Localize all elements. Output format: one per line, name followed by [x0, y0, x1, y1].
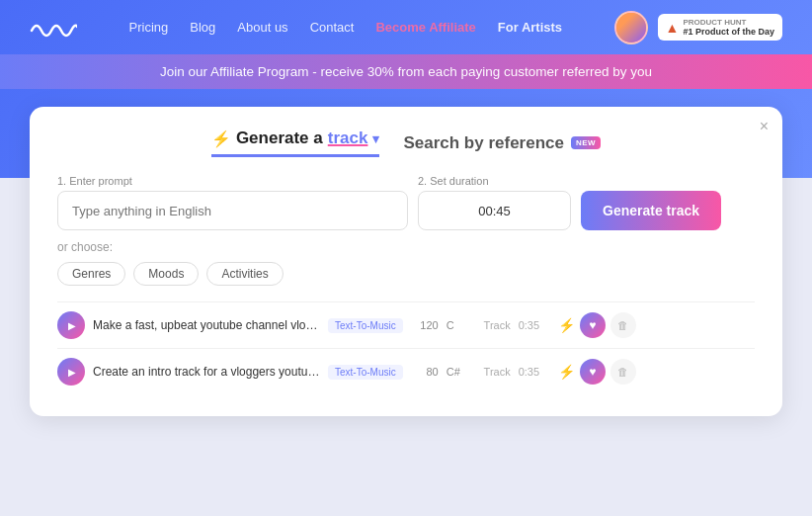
chip-activities[interactable]: Activities: [206, 262, 283, 286]
logo-icon: [30, 17, 77, 39]
banner-text: Join our Affiliate Program - receive 30%…: [160, 64, 652, 79]
track-actions-2: ⚡ ♥ 🗑: [558, 359, 636, 385]
chip-row: Genres Moods Activities: [57, 262, 755, 286]
nav-blog[interactable]: Blog: [190, 20, 215, 35]
trash-button-2[interactable]: 🗑: [610, 359, 636, 385]
product-hunt-icon: ▲: [666, 20, 680, 36]
track-title-2: Create an intro track for a vloggers you…: [93, 365, 320, 379]
trash-icon-1: 🗑: [617, 319, 628, 331]
track-bpm-1: 120: [411, 319, 439, 331]
track-label-2: Track: [476, 366, 511, 378]
nav-affiliate[interactable]: Become Affiliate: [375, 20, 475, 35]
trash-button-1[interactable]: 🗑: [610, 312, 636, 338]
tab-search-label: Search by reference: [403, 133, 564, 153]
table-row: ▶ Create an intro track for a vloggers y…: [57, 348, 755, 394]
nav-pricing[interactable]: Pricing: [129, 20, 169, 35]
tab-search[interactable]: Search by reference NEW: [403, 133, 601, 153]
tab-generate-prefix: Generate a: [236, 129, 323, 148]
main-card: × ⚡ Generate a track ▾ Search by referen…: [30, 107, 782, 416]
chip-moods[interactable]: Moods: [133, 262, 199, 286]
logo[interactable]: [30, 17, 77, 39]
heart-button-1[interactable]: ♥: [580, 312, 606, 338]
track-actions-1: ⚡ ♥ 🗑: [558, 312, 636, 338]
product-hunt-label: PRODUCT HUNT #1 Product of the Day: [683, 18, 774, 37]
flash-action-icon-2[interactable]: ⚡: [558, 364, 575, 380]
prompt-label: 1. Enter prompt: [57, 175, 408, 187]
track-key-1: C: [447, 319, 468, 331]
prompt-field-group: 1. Enter prompt: [57, 175, 408, 230]
trash-icon-2: 🗑: [617, 366, 628, 378]
or-choose-label: or choose:: [57, 240, 755, 254]
duration-label: 2. Set duration: [418, 175, 571, 187]
track-bpm-2: 80: [411, 366, 439, 378]
play-icon: ▶: [68, 367, 76, 378]
track-tag-2: Text-To-Music: [328, 365, 403, 380]
track-duration-1: 0:35: [519, 319, 550, 331]
nav-links: Pricing Blog About us Contact Become Aff…: [129, 20, 563, 35]
nav-contact[interactable]: Contact: [310, 20, 355, 35]
chevron-down-icon: ▾: [372, 131, 379, 146]
heart-button-2[interactable]: ♥: [580, 359, 606, 385]
track-duration-2: 0:35: [519, 366, 550, 378]
play-button-1[interactable]: ▶: [57, 311, 85, 339]
navbar: Pricing Blog About us Contact Become Aff…: [0, 0, 812, 54]
flash-icon: ⚡: [211, 129, 231, 148]
track-title-1: Make a fast, upbeat youtube channel vlog…: [93, 318, 320, 332]
ph-title: #1 Product of the Day: [683, 27, 774, 37]
track-key-2: C#: [447, 366, 468, 378]
tab-row: ⚡ Generate a track ▾ Search by reference…: [57, 129, 755, 157]
play-button-2[interactable]: ▶: [57, 358, 85, 386]
nav-right: ▲ PRODUCT HUNT #1 Product of the Day: [614, 11, 782, 44]
heart-icon-2: ♥: [589, 365, 596, 379]
generate-track-button[interactable]: Generate track: [581, 191, 721, 230]
nav-about[interactable]: About us: [237, 20, 287, 35]
form-row: 1. Enter prompt 2. Set duration Generate…: [57, 175, 755, 230]
chip-genres[interactable]: Genres: [57, 262, 125, 286]
track-tag-1: Text-To-Music: [328, 318, 403, 333]
nav-artists[interactable]: For Artists: [498, 20, 562, 35]
product-hunt-badge[interactable]: ▲ PRODUCT HUNT #1 Product of the Day: [658, 14, 782, 41]
heart-icon-1: ♥: [589, 318, 596, 332]
new-badge: NEW: [571, 136, 601, 149]
table-row: ▶ Make a fast, upbeat youtube channel vl…: [57, 301, 755, 348]
play-icon: ▶: [68, 320, 76, 331]
track-label-1: Track: [476, 319, 511, 331]
track-list: ▶ Make a fast, upbeat youtube channel vl…: [57, 301, 755, 394]
prompt-input[interactable]: [57, 191, 408, 230]
avatar[interactable]: [614, 11, 648, 44]
affiliate-banner[interactable]: Join our Affiliate Program - receive 30%…: [0, 54, 812, 89]
duration-input[interactable]: [418, 191, 571, 230]
duration-field-group: 2. Set duration: [418, 175, 571, 230]
tab-generate[interactable]: ⚡ Generate a track ▾: [211, 129, 380, 157]
tab-generate-track-link[interactable]: track: [328, 129, 368, 148]
avatar-image: [616, 13, 646, 43]
close-button[interactable]: ×: [760, 119, 769, 134]
flash-action-icon-1[interactable]: ⚡: [558, 317, 575, 333]
ph-prefix: PRODUCT HUNT: [683, 18, 774, 27]
